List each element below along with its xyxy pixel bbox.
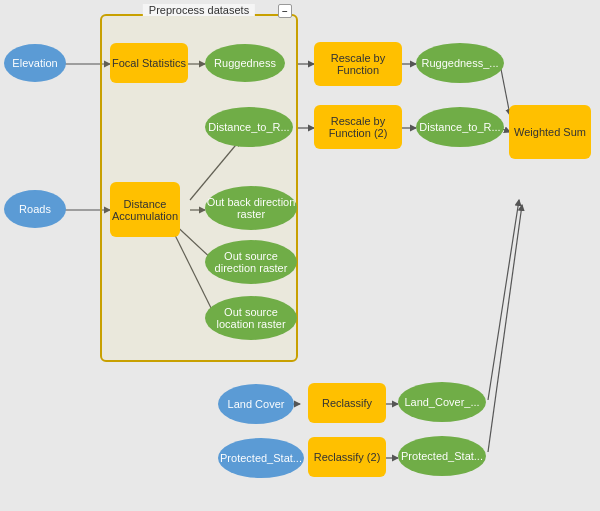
ruggedness-out-node[interactable]: Ruggedness_... — [416, 43, 504, 83]
rescale-function-node[interactable]: Rescale by Function — [314, 42, 402, 86]
reclassify-node[interactable]: Reclassify — [308, 383, 386, 423]
land-cover-node[interactable]: Land Cover — [218, 384, 294, 424]
focal-statistics-node[interactable]: Focal Statistics — [110, 43, 188, 83]
svg-line-4 — [500, 64, 510, 115]
out-source-node[interactable]: Out source direction raster — [205, 240, 297, 284]
svg-line-18 — [488, 205, 522, 452]
out-source-location-node[interactable]: Out source location raster — [205, 296, 297, 340]
protected-stat-node[interactable]: Protected_Stat... — [218, 438, 304, 478]
land-cover-out-node[interactable]: Land_Cover_... — [398, 382, 486, 422]
preprocess-label: Preprocess datasets — [143, 4, 255, 16]
preprocess-collapse-button[interactable]: − — [278, 4, 292, 18]
ruggedness-node[interactable]: Ruggedness — [205, 44, 285, 82]
roads-node[interactable]: Roads — [4, 190, 66, 228]
connection-arrows — [0, 0, 600, 511]
workflow-canvas: Preprocess datasets − Elevation Focal St… — [0, 0, 600, 511]
out-back-node[interactable]: Out back direction raster — [205, 186, 297, 230]
distance-to-r-green-node[interactable]: Distance_to_R... — [205, 107, 293, 147]
weighted-sum-node[interactable]: Weighted Sum — [509, 105, 591, 159]
protected-stat-out-node[interactable]: Protected_Stat... — [398, 436, 486, 476]
reclassify2-node[interactable]: Reclassify (2) — [308, 437, 386, 477]
distance-to-r-out-node[interactable]: Distance_to_R... — [416, 107, 504, 147]
elevation-node[interactable]: Elevation — [4, 44, 66, 82]
distance-accumulation-node[interactable]: Distance Accumulation — [110, 182, 180, 237]
svg-line-15 — [488, 200, 519, 400]
rescale-function2-node[interactable]: Rescale by Function (2) — [314, 105, 402, 149]
